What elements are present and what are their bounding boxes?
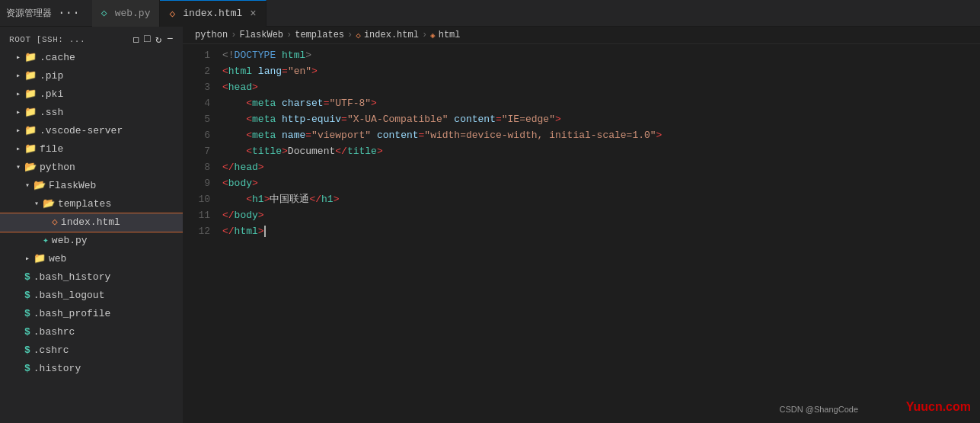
- sidebar-item-web-py[interactable]: ✦ web.py: [0, 232, 183, 250]
- code-line-10: <h1>中国联通</h1>: [222, 191, 980, 207]
- tab-index-html[interactable]: ◇ index.html ×: [160, 0, 266, 27]
- label-bashrc: .bashrc: [34, 324, 183, 341]
- label-cache: .cache: [40, 50, 183, 66]
- folder-icon-templates: 📂: [43, 196, 55, 213]
- folder-icon-cache: 📁: [24, 50, 37, 66]
- html-file-icon: ◇: [52, 214, 58, 231]
- arrow-pip: [12, 68, 24, 85]
- code-content[interactable]: <!DOCTYPE html> <html lang="en"> <head> …: [219, 47, 980, 420]
- code-line-7: <title>Document</title>: [222, 143, 980, 159]
- code-line-9: <body>: [222, 175, 980, 191]
- label-web-py: web.py: [52, 232, 183, 249]
- dollar-icon-history: $: [24, 361, 30, 377]
- line-numbers: 1 2 3 4 5 6 7 8 9 10 11 12: [183, 47, 219, 420]
- refresh-icon[interactable]: ↻: [155, 33, 162, 46]
- explorer-label: 资源管理器: [6, 7, 52, 20]
- folder-icon-pki: 📁: [24, 86, 37, 103]
- label-cshrc: .cshrc: [34, 342, 183, 359]
- sidebar-item-cache[interactable]: 📁 .cache: [0, 49, 183, 67]
- sidebar-item-index-html[interactable]: ◇ index.html: [0, 213, 183, 232]
- folder-icon-ssh: 📁: [24, 104, 37, 121]
- sidebar-item-python[interactable]: 📂 python: [0, 159, 183, 177]
- dollar-icon-cshrc: $: [24, 342, 30, 359]
- tab-web-py-icon: ◇: [101, 7, 107, 19]
- code-line-8: </head>: [222, 159, 980, 175]
- sidebar-item-web[interactable]: 📁 web: [0, 250, 183, 268]
- sidebar-item-bash-profile[interactable]: $ .bash_profile: [0, 305, 183, 323]
- sidebar-item-bash-logout[interactable]: $ .bash_logout: [0, 287, 183, 305]
- label-vscode-server: .vscode-server: [40, 123, 183, 139]
- code-line-5: <meta http-equiv="X-UA-Compatible" conte…: [222, 111, 980, 127]
- label-bash-history: .bash_history: [34, 269, 183, 286]
- label-file: file: [40, 141, 183, 158]
- sidebar-header: ROOT [SSH: ... ◻ □ ↻ −: [0, 27, 183, 49]
- new-file-icon[interactable]: ◻: [132, 33, 139, 46]
- folder-icon-flaskweb: 📂: [34, 178, 46, 194]
- tab-web-py-label: web.py: [115, 8, 151, 19]
- sidebar-item-ssh[interactable]: 📁 .ssh: [0, 104, 183, 122]
- sidebar: ROOT [SSH: ... ◻ □ ↻ − 📁 .cache 📁 .pip 📁…: [0, 27, 183, 423]
- label-index-html: index.html: [61, 214, 183, 231]
- arrow-cache: [12, 50, 24, 66]
- dollar-icon-bashrc: $: [24, 324, 30, 341]
- arrow-vscode: [12, 123, 24, 139]
- sidebar-item-templates[interactable]: 📂 templates: [0, 195, 183, 213]
- tab-list: ◇ web.py ◇ index.html ×: [92, 0, 974, 27]
- arrow-pki: [12, 86, 24, 103]
- arrow-flaskweb: [21, 178, 34, 194]
- sidebar-item-flaskweb[interactable]: 📂 FlaskWeb: [0, 177, 183, 195]
- label-bash-logout: .bash_logout: [34, 287, 183, 304]
- sidebar-item-bash-history[interactable]: $ .bash_history: [0, 268, 183, 287]
- code-editor[interactable]: 1 2 3 4 5 6 7 8 9 10 11 12 <!DOCTYPE htm…: [183, 44, 980, 423]
- folder-icon-web: 📁: [34, 251, 46, 268]
- code-line-6: <meta name="viewport" content="width=dev…: [222, 127, 980, 143]
- label-pip: .pip: [40, 68, 183, 85]
- code-line-3: <head>: [222, 79, 980, 95]
- new-folder-icon[interactable]: □: [144, 33, 151, 46]
- breadcrumb-python: python: [195, 30, 228, 40]
- tab-index-html-label: index.html: [183, 8, 242, 19]
- breadcrumb-flaskweb: FlaskWeb: [239, 30, 283, 40]
- folder-icon-file: 📁: [24, 141, 37, 158]
- label-python: python: [40, 159, 183, 176]
- sidebar-item-history[interactable]: $ .history: [0, 360, 183, 378]
- arrow-web: [21, 251, 34, 268]
- label-templates: templates: [58, 196, 183, 213]
- folder-icon-python: 📂: [24, 159, 37, 176]
- code-line-2: <html lang="en">: [222, 63, 980, 79]
- main-layout: ROOT [SSH: ... ◻ □ ↻ − 📁 .cache 📁 .pip 📁…: [0, 27, 980, 423]
- dollar-icon-bash-logout: $: [24, 287, 30, 304]
- arrow-python: [12, 159, 24, 176]
- code-line-4: <meta charset="UTF-8">: [222, 95, 980, 111]
- arrow-file: [12, 141, 24, 158]
- collapse-icon[interactable]: −: [167, 33, 174, 46]
- arrow-templates: [30, 196, 43, 213]
- sidebar-root-label: ROOT [SSH: ...: [9, 35, 85, 44]
- more-button[interactable]: ···: [58, 6, 80, 20]
- folder-icon-pip: 📁: [24, 68, 37, 85]
- sidebar-item-cshrc[interactable]: $ .cshrc: [0, 341, 183, 360]
- sidebar-item-pki[interactable]: 📁 .pki: [0, 85, 183, 104]
- arrow-ssh: [12, 104, 24, 121]
- breadcrumb-html-tag: html: [439, 30, 461, 40]
- breadcrumb: python › FlaskWeb › templates › ◇ index.…: [183, 27, 980, 44]
- dollar-icon-bash-history: $: [24, 269, 30, 286]
- title-bar: 资源管理器 ··· ◇ web.py ◇ index.html ×: [0, 0, 980, 27]
- sidebar-item-bashrc[interactable]: $ .bashrc: [0, 323, 183, 341]
- tab-web-py[interactable]: ◇ web.py: [92, 0, 161, 27]
- label-ssh: .ssh: [40, 104, 183, 121]
- code-line-12: </html>: [222, 223, 980, 239]
- code-line-1: <!DOCTYPE html>: [222, 47, 980, 63]
- breadcrumb-index-html: index.html: [364, 30, 419, 40]
- breadcrumb-html-icon: ◇: [356, 30, 361, 40]
- sidebar-item-pip[interactable]: 📁 .pip: [0, 67, 183, 85]
- sidebar-header-icons: ◻ □ ↻ −: [132, 33, 174, 46]
- label-history: .history: [34, 361, 183, 377]
- sidebar-item-file[interactable]: 📁 file: [0, 140, 183, 159]
- label-flaskweb: FlaskWeb: [49, 178, 183, 194]
- label-web: web: [49, 251, 183, 268]
- sidebar-item-vscode-server[interactable]: 📁 .vscode-server: [0, 122, 183, 140]
- label-pki: .pki: [40, 86, 183, 103]
- tab-close-button[interactable]: ×: [250, 8, 256, 20]
- py-file-icon: ✦: [43, 232, 49, 249]
